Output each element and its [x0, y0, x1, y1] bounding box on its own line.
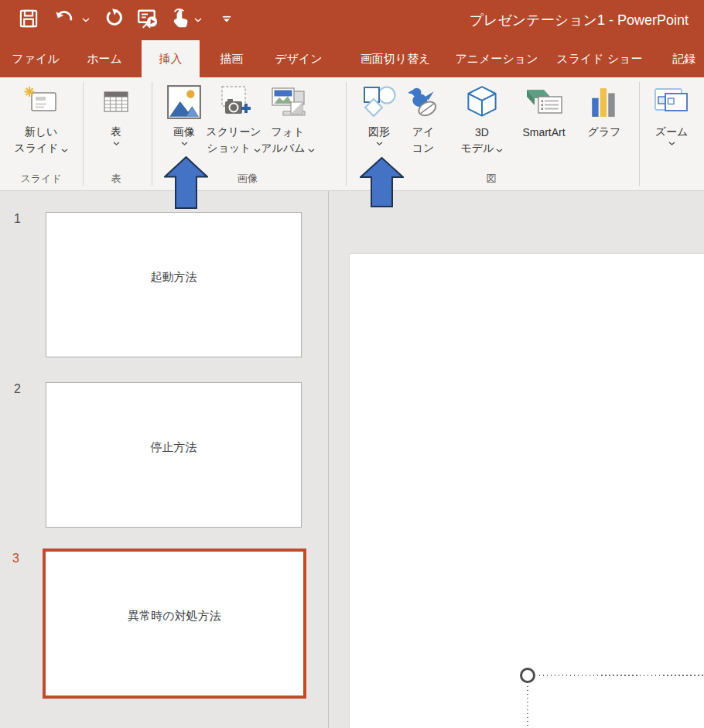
stock-icons-icon — [407, 80, 439, 124]
group-separator — [152, 82, 152, 186]
3d-models-icon — [465, 80, 499, 124]
zoom-icon — [654, 80, 689, 124]
tab-slideshow[interactable]: スライド ショー — [557, 40, 642, 77]
tab-design[interactable]: デザイン — [268, 40, 330, 77]
ribbon-tab-bar: ファイル ホーム 挿入 描画 デザイン 画面切り替え アニメーション スライド … — [0, 40, 704, 77]
tab-record[interactable]: 記録 — [664, 40, 704, 77]
touch-mouse-mode-icon — [169, 7, 191, 32]
slide-number: 1 — [14, 212, 21, 226]
save-button[interactable] — [17, 7, 40, 32]
group-separator — [83, 82, 84, 186]
annotation-arrow-pictures — [164, 156, 208, 212]
chart-icon — [591, 80, 617, 124]
screenshot-icon — [216, 80, 251, 124]
touch-mouse-mode-button[interactable] — [169, 7, 192, 32]
panel-divider — [328, 191, 329, 728]
photo-album-icon — [269, 80, 306, 124]
customize-quick-access-toolbar-button[interactable] — [215, 7, 238, 32]
shapes-icon — [361, 80, 398, 124]
shapes-button[interactable]: 図形 — [359, 80, 399, 153]
screenshot-button[interactable]: スクリーン ショット — [206, 80, 261, 156]
group-label-table: 表 — [94, 171, 138, 186]
tab-animations[interactable]: アニメーション — [456, 40, 537, 77]
touch-mode-dropdown-chevron-icon[interactable] — [193, 15, 203, 25]
tab-draw[interactable]: 描画 — [207, 40, 255, 77]
quick-access-toolbar — [0, 0, 325, 40]
group-label-illustrations: 図 — [414, 171, 569, 186]
new-slide-icon — [22, 80, 60, 124]
smartart-button[interactable]: SmartArt — [511, 80, 577, 140]
resize-handle[interactable] — [520, 668, 535, 683]
picture-icon — [166, 80, 203, 124]
slide-title: 起動方法 — [151, 270, 197, 285]
chart-button[interactable]: グラフ — [583, 80, 625, 140]
dropdown-chevron-icon — [61, 142, 68, 155]
start-slideshow-button[interactable] — [136, 7, 159, 32]
slide-title: 異常時の対処方法 — [128, 609, 220, 624]
dropdown-chevron-icon — [181, 140, 188, 153]
slide-thumbnail-1[interactable]: 起動方法 — [46, 212, 302, 357]
group-label-slides: スライド — [6, 171, 76, 186]
slide-thumbnail-3-selected[interactable]: 異常時の対処方法 — [43, 549, 306, 699]
slide-title: 停止方法 — [151, 440, 197, 455]
undo-dropdown-chevron-icon[interactable] — [81, 15, 91, 25]
slide-thumbnail-2[interactable]: 停止方法 — [46, 382, 302, 528]
redo-icon — [104, 9, 125, 31]
undo-button[interactable] — [53, 7, 76, 32]
ribbon: 新しい スライド スライド 表 — [0, 77, 704, 191]
zoom-button[interactable]: ズーム — [650, 80, 693, 153]
undo-icon — [53, 9, 75, 31]
photo-album-button[interactable]: フォト アルバム — [258, 80, 318, 156]
dropdown-chevron-icon — [113, 140, 120, 153]
tab-insert[interactable]: 挿入 — [142, 40, 200, 77]
slide-number: 3 — [12, 552, 19, 566]
redo-button[interactable] — [103, 7, 126, 32]
customize-quick-access-toolbar-icon — [220, 12, 233, 27]
dropdown-chevron-icon — [376, 140, 383, 153]
icons-button[interactable]: アイ コン — [405, 80, 442, 156]
title-bar: プレゼンテーション1 - PowerPoint — [0, 0, 704, 40]
start-slideshow-icon — [136, 7, 159, 32]
window-title: プレゼンテーション1 - PowerPoint — [470, 0, 689, 40]
new-slide-button[interactable]: 新しい スライド — [8, 80, 74, 156]
save-icon — [19, 9, 39, 31]
slide-canvas[interactable] — [349, 253, 704, 728]
3d-models-button[interactable]: 3D モデル — [456, 80, 507, 156]
dropdown-chevron-icon — [308, 142, 315, 155]
group-separator — [346, 82, 347, 186]
powerpoint-window: プレゼンテーション1 - PowerPoint ファイル ホーム 挿入 描画 デ… — [0, 0, 704, 728]
slide-number: 2 — [14, 382, 21, 396]
content-area: 1 起動方法 2 停止方法 3 異常時の対処方法 — [0, 191, 704, 728]
smartart-icon — [525, 80, 563, 124]
placeholder-dashed-border-top — [539, 675, 704, 676]
tab-home[interactable]: ホーム — [80, 40, 129, 77]
placeholder-dashed-border-left — [527, 686, 528, 728]
group-separator — [639, 82, 640, 186]
dropdown-chevron-icon — [668, 140, 675, 153]
pictures-button[interactable]: 画像 — [164, 80, 204, 153]
table-icon — [102, 80, 130, 124]
annotation-arrow-shapes — [360, 157, 404, 210]
tab-file[interactable]: ファイル — [11, 40, 60, 77]
dropdown-chevron-icon — [496, 142, 503, 155]
table-button[interactable]: 表 — [94, 80, 138, 153]
tab-transitions[interactable]: 画面切り替え — [348, 40, 443, 77]
